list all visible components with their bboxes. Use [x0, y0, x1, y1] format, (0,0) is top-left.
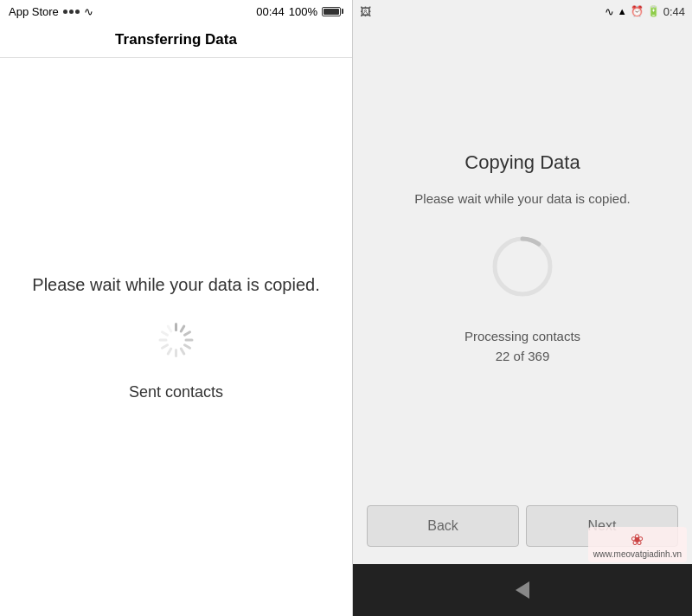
android-status-bar: 🖼 ∿ ▲ ⏰ 🔋 0:44	[353, 0, 692, 22]
android-time: 0:44	[663, 5, 685, 18]
ios-spinner	[159, 323, 194, 357]
ios-wait-message: Please wait while your data is copied.	[32, 273, 319, 297]
android-battery-icon: 🔋	[647, 5, 660, 17]
wifi-icon: ∿	[84, 5, 93, 18]
android-wait-message: Please wait while your data is copied.	[414, 191, 630, 206]
ios-time: 00:44	[256, 5, 285, 18]
android-wifi-icon: ∿	[605, 5, 614, 18]
ios-battery-percent: 100%	[289, 5, 317, 18]
ios-nav-title: Transferring Data	[115, 31, 237, 48]
svg-point-0	[495, 239, 550, 294]
ios-status-right: 00:44 100%	[256, 5, 343, 18]
android-content: Copying Data Please wait while your data…	[353, 22, 692, 495]
android-status-right: ∿ ▲ ⏰ 🔋 0:44	[605, 5, 685, 18]
android-progress-sub: 22 of 369	[465, 347, 580, 367]
android-progress-label: Processing contacts	[465, 327, 580, 347]
back-button[interactable]: Back	[367, 505, 519, 547]
android-progress-text: Processing contacts 22 of 369	[465, 327, 580, 366]
app-store-label: App Store	[9, 5, 59, 18]
android-copying-title: Copying Data	[465, 151, 580, 174]
android-progress-circle	[488, 232, 557, 301]
ios-panel: App Store ∿ 00:44 100% Transferring Data…	[0, 0, 353, 616]
ios-status-bar: App Store ∿ 00:44 100%	[0, 0, 352, 22]
watermark: ❀ www.meovatgiadinh.vn	[588, 527, 687, 562]
ios-status-text: Sent contacts	[129, 383, 223, 401]
ios-battery-icon	[322, 7, 343, 16]
ios-signal-dots	[63, 10, 80, 14]
android-back-triangle-icon	[516, 581, 529, 599]
android-alarm-icon: ⏰	[631, 5, 644, 17]
android-signal-icon: ▲	[618, 6, 627, 16]
watermark-url: www.meovatgiadinh.vn	[593, 549, 682, 559]
android-photo-icon: 🖼	[360, 5, 371, 18]
android-back-nav-button[interactable]	[510, 578, 535, 602]
watermark-logo: ❀	[593, 530, 682, 549]
ios-nav-bar: Transferring Data	[0, 22, 352, 58]
android-status-left: 🖼	[360, 5, 371, 18]
ios-status-left: App Store ∿	[9, 5, 93, 18]
ios-content: Please wait while your data is copied. S…	[0, 58, 352, 616]
android-nav-bar	[353, 564, 692, 616]
android-panel: 🖼 ∿ ▲ ⏰ 🔋 0:44 Copying Data Please wait …	[353, 0, 692, 616]
